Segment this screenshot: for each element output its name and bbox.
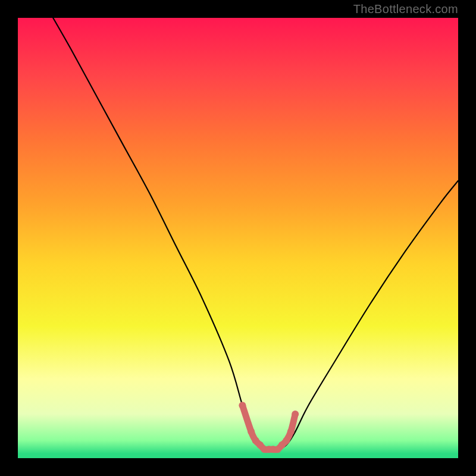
watermark-text: TheBottleneck.com [353, 2, 458, 16]
marker-dot [292, 411, 299, 418]
plot-area [18, 18, 458, 458]
marker-dot [283, 437, 290, 444]
marker-dot [248, 428, 255, 436]
main-curve-line [53, 18, 458, 450]
marker-dot [239, 402, 246, 409]
chart-svg [18, 18, 458, 458]
marker-dot [287, 428, 295, 436]
chart-frame: TheBottleneck.com [0, 0, 476, 476]
